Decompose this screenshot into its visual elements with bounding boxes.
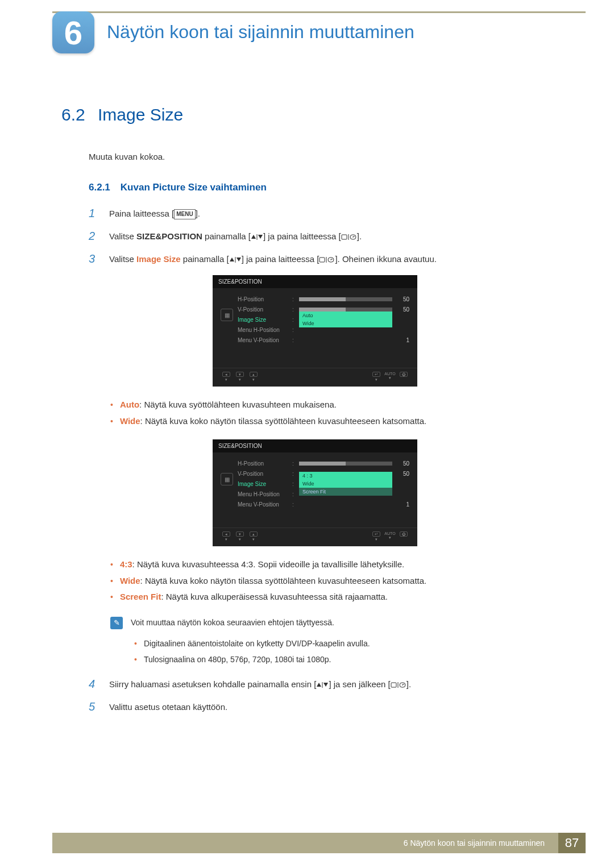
step-3: 3 Valitse Image Size painamalla [] ja pa… <box>89 252 569 266</box>
note-item: Digitaalinen äänentoistolaite on kytkett… <box>144 636 370 651</box>
note-block: ✎ Voit muuttaa näytön kokoa seuraavien e… <box>110 616 569 630</box>
subsection-heading: 6.2.1 Kuvan Picture Size vaihtaminen <box>89 182 569 193</box>
step-2: 2 Valitse SIZE&POSITION painamalla [] ja… <box>89 230 569 243</box>
left-arrow-icon: ◂ <box>222 531 230 537</box>
menu-button-label: MENU <box>174 209 195 219</box>
note-text: Voit muuttaa näytön kokoa seuraavien eht… <box>131 616 569 630</box>
up-arrow-icon: ▴ <box>250 531 258 537</box>
subsection-number: 6.2.1 <box>89 182 110 193</box>
svg-marker-12 <box>317 683 321 687</box>
section-title: Image Size <box>98 105 183 124</box>
chapter-number-badge: 6 <box>52 11 94 53</box>
keyword-bold: SIZE&POSITION <box>136 231 202 241</box>
osd-option-selected: 4 : 3 <box>299 472 392 480</box>
osd-label: V-Position <box>238 471 289 477</box>
osd-label: Menu V-Position <box>238 337 289 343</box>
bullet-list-2: •4:3: Näytä kuva kuvasuhteessa 4:3. Sopi… <box>110 556 569 605</box>
osd-value: 1 <box>396 337 409 343</box>
bullet-list-1: •Auto: Näytä kuva syöttölähteen kuvasuht… <box>110 397 569 429</box>
bullet-dot-icon: • <box>110 413 113 430</box>
svg-marker-0 <box>251 235 256 239</box>
section-number: 6.2 <box>61 105 98 124</box>
note-icon: ✎ <box>110 617 123 629</box>
bullet-text: : Näytä kuva syöttölähteen kuvasuhteen m… <box>139 400 337 409</box>
osd-option: Screen Fit <box>299 488 392 496</box>
osd-label-active: Image Size <box>238 481 289 487</box>
keyword-highlight: Screen Fit <box>120 592 161 601</box>
down-arrow-icon: ▾ <box>236 372 244 377</box>
step-text: ]. <box>196 209 200 218</box>
power-icon: ⏻ <box>400 531 408 537</box>
keyword-highlight: Auto <box>120 400 139 409</box>
bullet-dot-icon: • <box>110 589 113 605</box>
osd-option: Wide <box>299 480 392 488</box>
bullet-dot-icon: • <box>110 556 113 573</box>
osd-button-bar: ◂▾ ▾▾ ▴▾ ↵▾ AUTO▾ ⏻ <box>213 528 417 542</box>
enter-icon: ↵ <box>372 531 380 537</box>
bullet-dot-icon: • <box>134 636 137 651</box>
osd-option-selected: Auto <box>299 312 392 319</box>
osd-title: SIZE&POSITION <box>213 439 417 452</box>
osd-label: Menu V-Position <box>238 501 289 508</box>
svg-marker-6 <box>230 258 234 261</box>
step-5: 5 Valittu asetus otetaan käyttöön. <box>89 700 569 714</box>
bullet-dot-icon: • <box>110 397 113 413</box>
left-arrow-icon: ◂ <box>222 372 230 377</box>
auto-label: AUTO <box>384 372 395 376</box>
step-text: painamalla [ <box>202 231 251 241</box>
step-text: ] ja paina laitteessa [ <box>242 254 320 264</box>
step-text: ] ja paina laitteessa [ <box>263 231 341 241</box>
step-text: Siirry haluamasi asetuksen kohdalle pain… <box>109 679 316 689</box>
keyword-highlight: Image Size <box>136 254 181 264</box>
osd-label: Menu H-Position <box>238 327 289 333</box>
bullet-text: : Näytä kuva kuvasuhteessa 4:3. Sopii vi… <box>132 559 405 569</box>
step-text: Valitse <box>109 254 136 264</box>
osd-label: V-Position <box>238 306 289 313</box>
up-down-arrow-icon <box>251 234 263 240</box>
page-footer: 6 Näytön koon tai sijainnin muuttaminen … <box>52 833 586 853</box>
auto-label: AUTO <box>384 531 395 535</box>
step-text: painamalla [ <box>181 254 229 264</box>
chapter-title: Näytön koon tai sijainnin muuttaminen <box>107 22 414 43</box>
enter-icon: ↵ <box>372 372 380 377</box>
step-text: Paina laitteessa [ <box>109 209 174 218</box>
osd-screenshot-1: SIZE&POSITION ▦ H-Position:50 V-Position… <box>213 275 417 387</box>
section-heading: 6.2 Image Size <box>61 105 569 124</box>
note-item: Tulosignaalina on 480p, 576p, 720p, 1080… <box>144 651 331 667</box>
intro-text: Muuta kuvan kokoa. <box>89 152 569 161</box>
step-text: ]. Oheinen ikkuna avautuu. <box>335 254 436 264</box>
svg-marker-7 <box>237 258 241 261</box>
svg-marker-13 <box>323 683 328 687</box>
keyword-highlight: 4:3 <box>120 559 132 569</box>
osd-label: H-Position <box>238 296 289 302</box>
keyword-highlight: Wide <box>120 576 140 585</box>
step-text: ]. <box>357 231 362 241</box>
step-text: ] ja sen jälkeen [ <box>329 679 390 689</box>
step-text: Valitse <box>109 231 136 241</box>
osd-value: 50 <box>396 296 409 302</box>
step-number: 2 <box>89 230 99 243</box>
header-rule <box>52 11 586 13</box>
step-text: ]. <box>406 679 411 689</box>
bullet-dot-icon: • <box>134 651 137 667</box>
up-down-arrow-icon <box>316 682 329 688</box>
source-enter-icon <box>341 234 357 240</box>
osd-menu-icon: ▦ <box>221 473 233 485</box>
osd-value: 50 <box>396 306 409 313</box>
footer-chapter-label: 6 Näytön koon tai sijainnin muuttaminen <box>404 838 550 848</box>
osd-label: H-Position <box>238 460 289 467</box>
bullet-text: : Näytä kuva alkuperäisessä kuvasuhteess… <box>161 592 388 601</box>
svg-rect-3 <box>342 235 347 239</box>
power-icon: ⏻ <box>400 372 408 377</box>
osd-value: 1 <box>396 501 409 508</box>
osd-title: SIZE&POSITION <box>213 275 417 288</box>
step-number: 1 <box>89 207 99 220</box>
svg-marker-1 <box>258 235 263 239</box>
bullet-dot-icon: • <box>110 573 113 589</box>
osd-button-bar: ◂▾ ▾▾ ▴▾ ↵▾ AUTO▾ ⏻ <box>213 368 417 382</box>
osd-value: 50 <box>396 460 409 467</box>
osd-option: Wide <box>299 319 392 327</box>
osd-label: Menu H-Position <box>238 491 289 497</box>
step-text: Valittu asetus otetaan käyttöön. <box>109 700 569 714</box>
osd-menu-icon: ▦ <box>221 309 233 321</box>
